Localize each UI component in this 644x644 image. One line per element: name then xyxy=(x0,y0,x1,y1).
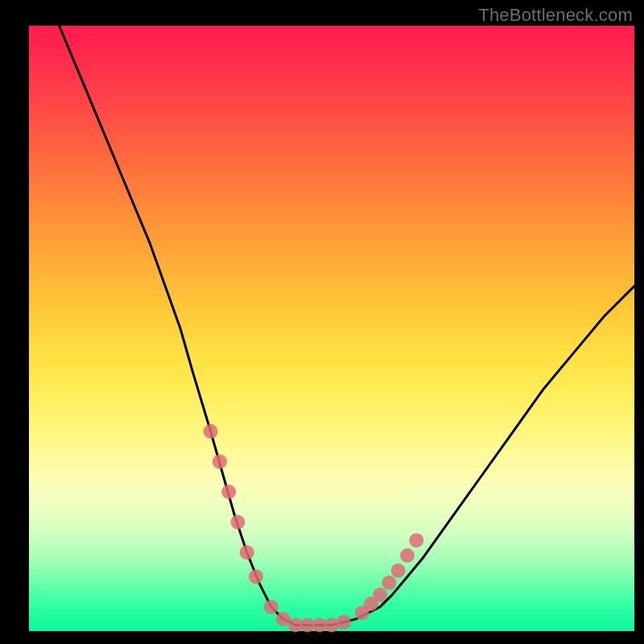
marker-point xyxy=(204,424,218,439)
marker-point xyxy=(230,515,245,530)
marker-point xyxy=(324,618,339,633)
curve-layer xyxy=(29,26,634,631)
marker-point xyxy=(221,485,236,499)
marker-point xyxy=(213,454,227,469)
chart-frame: TheBottleneck.com xyxy=(0,0,644,644)
plot-area xyxy=(29,26,634,631)
marker-group xyxy=(204,424,424,633)
marker-point xyxy=(264,600,279,614)
marker-point xyxy=(373,588,387,602)
marker-point xyxy=(400,548,415,563)
marker-point xyxy=(336,615,351,630)
marker-point xyxy=(249,569,263,584)
marker-point xyxy=(391,564,406,578)
marker-point xyxy=(409,533,423,547)
watermark-text: TheBottleneck.com xyxy=(478,5,633,26)
marker-point xyxy=(240,545,254,559)
marker-point xyxy=(382,576,396,590)
bottleneck-curve xyxy=(60,26,634,625)
